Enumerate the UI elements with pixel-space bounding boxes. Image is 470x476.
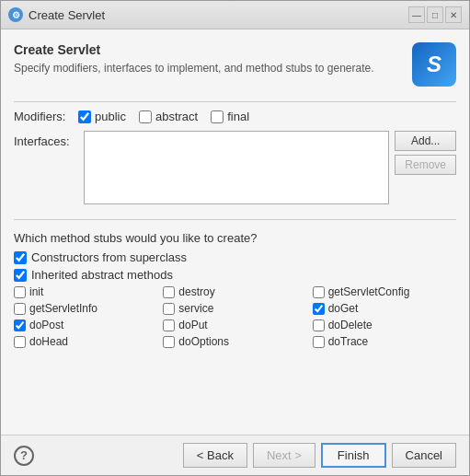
doTrace-checkbox[interactable]: [313, 336, 325, 348]
doOptions-label: doOptions: [178, 335, 229, 348]
doHead-label: doHead: [29, 335, 68, 348]
close-button[interactable]: ✕: [445, 6, 462, 23]
constructors-checkbox[interactable]: [14, 251, 27, 264]
dialog-window: ⚙ Create Servlet — □ ✕ Create Servlet Sp…: [0, 0, 470, 476]
header-section: Create Servlet Specify modifiers, interf…: [14, 42, 456, 87]
method-doPut[interactable]: doPut: [163, 319, 306, 331]
methods-grid: init destroy getServletConfig getServlet…: [14, 285, 456, 348]
modifier-public[interactable]: public: [78, 110, 126, 123]
help-button[interactable]: ?: [14, 446, 34, 466]
modifier-abstract[interactable]: abstract: [139, 110, 198, 123]
method-getServletConfig[interactable]: getServletConfig: [313, 285, 456, 298]
minimize-button[interactable]: —: [408, 6, 425, 23]
doPut-checkbox[interactable]: [163, 319, 175, 331]
window-title: Create Servlet: [29, 8, 105, 22]
doGet-label: doGet: [328, 302, 359, 315]
title-controls: — □ ✕: [408, 6, 462, 23]
inherited-checkbox[interactable]: [14, 269, 27, 282]
dialog-footer: ? < Back Next > Finish Cancel: [1, 435, 469, 475]
modifier-final-checkbox[interactable]: [211, 110, 224, 123]
destroy-checkbox[interactable]: [163, 286, 175, 298]
modifier-abstract-checkbox[interactable]: [139, 110, 152, 123]
method-stubs-section: Which method stubs would you like to cre…: [14, 231, 456, 348]
modifiers-row: Modifiers: public abstract final: [14, 110, 456, 123]
doOptions-checkbox[interactable]: [163, 336, 175, 348]
modifier-final[interactable]: final: [211, 110, 249, 123]
modifier-final-label: final: [227, 110, 249, 123]
method-doHead[interactable]: doHead: [14, 335, 157, 348]
cancel-button[interactable]: Cancel: [392, 443, 456, 468]
method-doDelete[interactable]: doDelete: [313, 319, 456, 331]
cb-inherited-item[interactable]: Inherited abstract methods: [14, 268, 456, 282]
modifier-public-label: public: [95, 110, 126, 123]
interfaces-label: Interfaces:: [14, 131, 78, 148]
doPost-label: doPost: [29, 319, 63, 331]
constructors-label: Constructors from superclass: [31, 250, 187, 264]
getServletInfo-label: getServletInfo: [29, 302, 97, 315]
add-interface-button[interactable]: Add...: [395, 131, 456, 151]
footer-buttons: < Back Next > Finish Cancel: [183, 443, 456, 468]
header-title: Create Servlet: [14, 42, 403, 57]
doDelete-label: doDelete: [328, 319, 373, 331]
getServletInfo-checkbox[interactable]: [14, 303, 26, 315]
header-description: Specify modifiers, interfaces to impleme…: [14, 61, 403, 76]
method-stubs-question: Which method stubs would you like to cre…: [14, 231, 456, 245]
inherited-label: Inherited abstract methods: [31, 268, 173, 282]
interfaces-row: Interfaces: Add... Remove: [14, 131, 456, 204]
section-divider: [14, 219, 456, 220]
modifiers-label: Modifiers:: [14, 110, 78, 123]
modifier-public-checkbox[interactable]: [78, 110, 91, 123]
servlet-logo: S: [412, 42, 456, 87]
cb-constructors-item[interactable]: Constructors from superclass: [14, 250, 456, 264]
method-doGet[interactable]: doGet: [313, 302, 456, 315]
method-doOptions[interactable]: doOptions: [163, 335, 306, 348]
doTrace-label: doTrace: [328, 335, 369, 348]
getServletConfig-checkbox[interactable]: [313, 286, 325, 298]
doGet-checkbox[interactable]: [313, 303, 325, 315]
doHead-checkbox[interactable]: [14, 336, 26, 348]
init-checkbox[interactable]: [14, 286, 26, 298]
back-button[interactable]: < Back: [183, 443, 247, 468]
method-doTrace[interactable]: doTrace: [313, 335, 456, 348]
footer-left: ?: [14, 446, 34, 466]
modifier-abstract-label: abstract: [155, 110, 198, 123]
service-label: service: [178, 302, 213, 315]
destroy-label: destroy: [178, 285, 214, 298]
title-bar: ⚙ Create Servlet — □ ✕: [1, 1, 469, 29]
doPost-checkbox[interactable]: [14, 319, 26, 331]
finish-button[interactable]: Finish: [321, 443, 386, 468]
remove-interface-button[interactable]: Remove: [395, 155, 456, 175]
maximize-button[interactable]: □: [427, 6, 443, 23]
modifiers-group: public abstract final: [78, 110, 249, 123]
method-init[interactable]: init: [14, 285, 157, 298]
next-button[interactable]: Next >: [253, 443, 315, 468]
interfaces-list[interactable]: [84, 131, 389, 204]
method-doPost[interactable]: doPost: [14, 319, 157, 331]
method-destroy[interactable]: destroy: [163, 285, 306, 298]
header-divider: [14, 101, 456, 102]
header-text: Create Servlet Specify modifiers, interf…: [14, 42, 403, 76]
service-checkbox[interactable]: [163, 303, 175, 315]
dialog-content: Create Servlet Specify modifiers, interf…: [1, 29, 469, 435]
window-icon: ⚙: [8, 7, 23, 22]
title-bar-left: ⚙ Create Servlet: [8, 7, 105, 22]
doDelete-checkbox[interactable]: [313, 319, 325, 331]
init-label: init: [29, 285, 43, 298]
getServletConfig-label: getServletConfig: [328, 285, 410, 298]
interfaces-buttons: Add... Remove: [395, 131, 456, 175]
method-getServletInfo[interactable]: getServletInfo: [14, 302, 157, 315]
method-service[interactable]: service: [163, 302, 306, 315]
doPut-label: doPut: [178, 319, 207, 331]
